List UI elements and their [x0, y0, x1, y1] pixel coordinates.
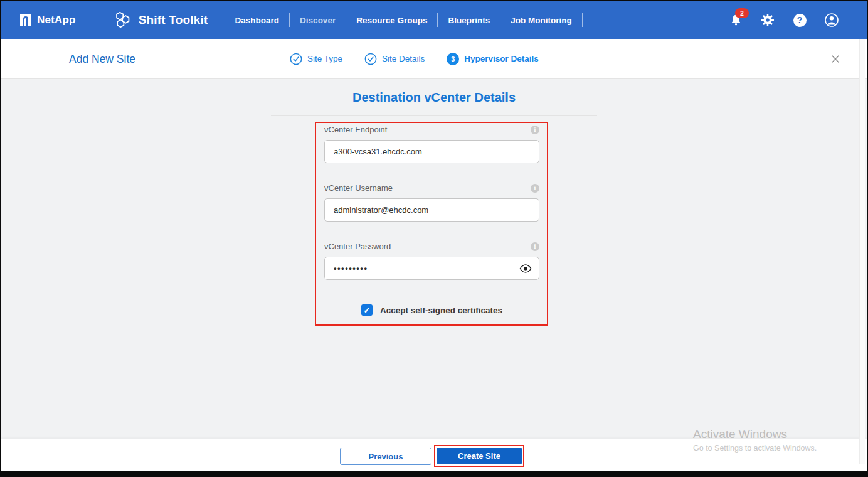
info-icon[interactable] — [531, 184, 539, 193]
self-signed-cert-checkbox[interactable] — [361, 304, 373, 316]
wizard-stepper: Site Type Site Details 3 Hypervisor Deta… — [290, 39, 539, 78]
wizard-footer: Previous Create Site — [1, 439, 867, 471]
netapp-logo-icon — [20, 14, 31, 26]
app-title: Shift Toolkit — [114, 11, 208, 29]
step-hypervisor-details[interactable]: 3 Hypervisor Details — [447, 53, 539, 65]
self-signed-cert-label: Accept self-signed certificates — [380, 306, 502, 315]
scrollbar[interactable] — [859, 39, 865, 464]
self-signed-cert-row: Accept self-signed certificates — [324, 304, 539, 316]
account-icon[interactable] — [824, 13, 839, 28]
nav-divider — [221, 11, 221, 29]
step-complete-check-icon — [290, 53, 302, 65]
vcenter-endpoint-input[interactable] — [324, 140, 539, 163]
vcenter-form: vCenter Endpoint vCenter Username vCente… — [324, 125, 539, 316]
nav-divider — [289, 13, 290, 27]
annotation-highlight-create-button: Create Site — [434, 445, 524, 467]
notification-badge: 2 — [735, 8, 749, 18]
step-site-type[interactable]: Site Type — [290, 53, 342, 65]
vcenter-endpoint-group: vCenter Endpoint — [324, 125, 539, 163]
nav-divider — [582, 13, 583, 27]
nav-item-discover[interactable]: Discover — [299, 13, 337, 28]
step-label: Site Type — [307, 54, 342, 63]
vcenter-username-input[interactable] — [324, 198, 539, 222]
step-label: Site Details — [382, 54, 425, 63]
page-title: Add New Site — [69, 52, 135, 65]
info-icon[interactable] — [531, 126, 539, 134]
step-label: Hypervisor Details — [464, 54, 539, 63]
vcenter-username-group: vCenter Username — [324, 183, 539, 222]
nav-item-resource-groups[interactable]: Resource Groups — [355, 13, 428, 28]
top-navbar: NetApp Shift Toolkit Dashboard Discover … — [1, 1, 867, 39]
notifications-bell-icon[interactable]: 2 — [728, 13, 743, 28]
navbar-actions: 2 — [728, 1, 839, 39]
netapp-logo: NetApp — [20, 14, 76, 26]
app-window: NetApp Shift Toolkit Dashboard Discover … — [0, 0, 868, 477]
nav-divider — [437, 13, 438, 27]
vcenter-password-label: vCenter Password — [324, 242, 391, 251]
nav-divider — [346, 13, 346, 27]
main-nav: Dashboard Discover Resource Groups Bluep… — [234, 13, 591, 28]
wizard-header: Add New Site Site Type Site Details 3 Hy… — [1, 39, 867, 79]
info-icon[interactable] — [531, 242, 539, 251]
step-site-details[interactable]: Site Details — [364, 53, 425, 65]
show-password-eye-icon[interactable] — [519, 264, 532, 274]
nav-item-blueprints[interactable]: Blueprints — [447, 13, 491, 28]
heading-divider — [271, 115, 597, 116]
step-number-badge: 3 — [447, 53, 459, 65]
vcenter-endpoint-label: vCenter Endpoint — [324, 125, 387, 134]
settings-gear-icon[interactable] — [760, 13, 775, 28]
vcenter-password-input[interactable] — [324, 257, 539, 280]
create-site-button[interactable]: Create Site — [437, 448, 522, 464]
section-heading: Destination vCenter Details — [1, 90, 867, 105]
previous-button[interactable]: Previous — [340, 448, 431, 465]
nav-divider — [500, 13, 500, 27]
brand-name: NetApp — [37, 14, 76, 26]
help-icon[interactable] — [792, 13, 807, 28]
nav-item-job-monitoring[interactable]: Job Monitoring — [509, 13, 573, 28]
app-title-label: Shift Toolkit — [139, 13, 208, 27]
shift-toolkit-icon — [114, 11, 132, 29]
vcenter-username-label: vCenter Username — [324, 183, 393, 193]
close-icon[interactable] — [830, 54, 840, 64]
step-complete-check-icon — [364, 53, 377, 65]
nav-item-dashboard[interactable]: Dashboard — [234, 13, 281, 28]
vcenter-password-group: vCenter Password — [324, 242, 539, 280]
help-question-glyph — [793, 14, 807, 27]
